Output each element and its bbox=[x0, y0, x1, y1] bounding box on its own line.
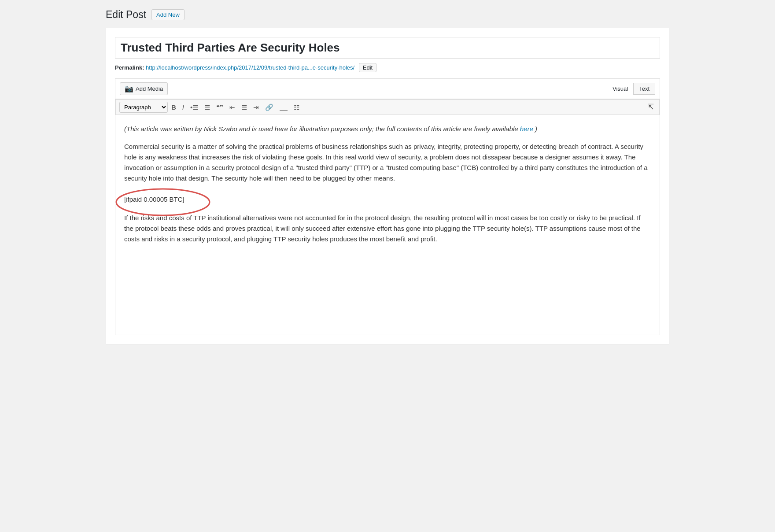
unordered-list-button[interactable]: •☰ bbox=[188, 102, 201, 112]
add-media-icon: 📷 bbox=[125, 85, 133, 93]
editor-container: Permalink: http://localhost/wordpress/in… bbox=[106, 28, 669, 344]
shortcode-text: [ifpaid 0.00005 BTC] bbox=[124, 196, 185, 203]
tab-visual[interactable]: Visual bbox=[607, 83, 633, 95]
intro-link[interactable]: here bbox=[520, 125, 533, 133]
editor-content[interactable]: (This article was written by Nick Szabo … bbox=[115, 115, 660, 335]
tab-text[interactable]: Text bbox=[633, 83, 655, 95]
align-center-button[interactable]: ☰ bbox=[239, 102, 250, 112]
permalink-edit-button[interactable]: Edit bbox=[359, 63, 376, 72]
shortcode-container: [ifpaid 0.00005 BTC] bbox=[124, 194, 185, 205]
page-header: Edit Post Add New bbox=[106, 9, 669, 21]
align-left-button[interactable]: ⇤ bbox=[227, 102, 238, 112]
bold-button[interactable]: B bbox=[169, 102, 179, 112]
paragraph1: Commercial security is a matter of solvi… bbox=[124, 141, 651, 184]
intro-close: ) bbox=[535, 125, 537, 133]
intro-text: (This article was written by Nick Szabo … bbox=[124, 125, 518, 133]
toolbar-wrapper: 📷 Add Media Visual Text Paragraph Headin… bbox=[115, 78, 660, 115]
intro-paragraph: (This article was written by Nick Szabo … bbox=[124, 124, 651, 134]
permalink-label: Permalink: bbox=[115, 64, 144, 71]
add-media-bar: 📷 Add Media Visual Text bbox=[115, 79, 660, 99]
permalink-url[interactable]: http://localhost/wordpress/index.php/201… bbox=[146, 64, 354, 71]
align-right-button[interactable]: ⇥ bbox=[251, 102, 262, 112]
format-toolbar: Paragraph Heading 1 Heading 2 Heading 3 … bbox=[115, 99, 660, 115]
add-media-label: Add Media bbox=[136, 85, 163, 92]
add-media-button[interactable]: 📷 Add Media bbox=[120, 82, 168, 95]
format-select[interactable]: Paragraph Heading 1 Heading 2 Heading 3 … bbox=[119, 102, 168, 113]
more-break-button[interactable]: ⎯⎯ bbox=[277, 102, 290, 112]
add-new-button[interactable]: Add New bbox=[151, 9, 185, 20]
blockquote-button[interactable]: ❝❞ bbox=[214, 102, 226, 112]
ordered-list-button[interactable]: ☰ bbox=[202, 102, 213, 112]
expand-button[interactable]: ⇱ bbox=[646, 101, 656, 113]
paragraph2: If the risks and costs of TTP institutio… bbox=[124, 213, 651, 244]
link-button[interactable]: 🔗 bbox=[262, 102, 276, 112]
page-title: Edit Post bbox=[106, 9, 146, 21]
view-tabs: Visual Text bbox=[607, 83, 655, 95]
post-title-input[interactable] bbox=[115, 37, 660, 59]
fullscreen-button[interactable]: ☷ bbox=[291, 102, 302, 112]
permalink-row: Permalink: http://localhost/wordpress/in… bbox=[115, 63, 660, 72]
italic-button[interactable]: I bbox=[180, 102, 187, 112]
